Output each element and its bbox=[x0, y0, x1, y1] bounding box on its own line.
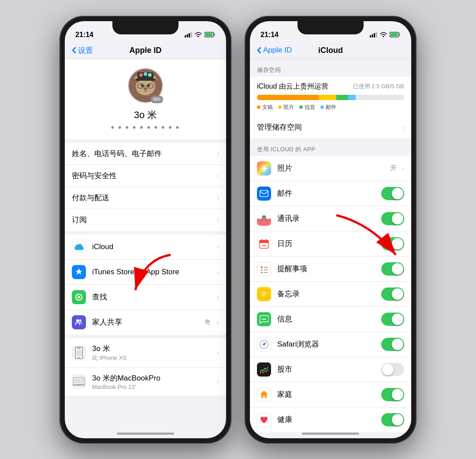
legend-doc: 文稿 bbox=[257, 104, 273, 111]
health-svg bbox=[259, 415, 269, 425]
photos-label: 照片 bbox=[277, 164, 292, 172]
nav-title-1: Apple ID bbox=[129, 46, 161, 55]
menu-row-payment-label: 付款与配送 bbox=[72, 194, 109, 202]
menu-row-payment-content: 付款与配送 bbox=[72, 193, 213, 203]
device-iphone-subtitle: 此 iPhone XS bbox=[92, 354, 213, 362]
manage-storage-row[interactable]: 管理储存空间 › bbox=[250, 116, 411, 138]
svg-rect-2 bbox=[189, 33, 190, 37]
home-content: 家庭 bbox=[277, 389, 381, 399]
health-label: 健康 bbox=[277, 415, 292, 424]
icloud-icon bbox=[72, 240, 86, 254]
nav-bar-1: 设置 Apple ID bbox=[65, 42, 226, 59]
service-row-icloud[interactable]: iCloud › bbox=[65, 235, 226, 260]
icloud-svg bbox=[74, 243, 84, 251]
mail-svg bbox=[260, 190, 268, 197]
app-row-photos[interactable]: 照片 开 › bbox=[250, 156, 411, 181]
health-content: 健康 bbox=[277, 414, 381, 425]
app-row-reminders[interactable]: 提醒事项 bbox=[250, 257, 411, 282]
app-row-calendar[interactable]: ••• 日历 bbox=[250, 231, 411, 257]
nav-back-1[interactable]: 设置 bbox=[72, 45, 93, 56]
bar-doc bbox=[257, 95, 319, 100]
phone-2: 21:14 bbox=[245, 16, 416, 444]
appstore-content: iTunes Store 与 App Store bbox=[92, 267, 213, 277]
messages-toggle-knob bbox=[392, 313, 403, 325]
messages-toggle[interactable] bbox=[381, 313, 404, 326]
mail-toggle-knob bbox=[392, 188, 403, 199]
device-row-iphone[interactable]: 3o 米 此 iPhone XS › bbox=[65, 338, 226, 368]
notes-icon bbox=[257, 287, 271, 301]
app-row-stocks[interactable]: 股市 bbox=[250, 357, 411, 382]
menu-row-password-content: 密码与安全性 bbox=[72, 171, 213, 181]
avatar-edit-badge[interactable]: 编辑 bbox=[151, 96, 163, 103]
profile-name: 3o 米 bbox=[134, 108, 157, 122]
menu-row-password[interactable]: 密码与安全性 › bbox=[65, 165, 226, 187]
messages-svg bbox=[259, 315, 269, 324]
svg-point-26 bbox=[78, 297, 79, 298]
svg-point-54 bbox=[261, 266, 263, 268]
home-toggle[interactable] bbox=[381, 388, 404, 401]
calendar-toggle[interactable] bbox=[381, 237, 404, 250]
menu-row-name[interactable]: 姓名、电话号码、电子邮件 › bbox=[65, 143, 226, 165]
health-toggle[interactable] bbox=[381, 413, 404, 426]
home-toggle-knob bbox=[392, 389, 403, 400]
storage-section-header: 储存空间 bbox=[250, 59, 411, 77]
stocks-svg bbox=[259, 366, 269, 373]
svg-point-64 bbox=[262, 318, 264, 320]
app-row-contacts[interactable]: 通讯录 bbox=[250, 206, 411, 231]
storage-bar bbox=[257, 95, 404, 100]
app-row-safari[interactable]: Safari浏览器 bbox=[250, 332, 411, 357]
service-row-family[interactable]: 家人共享 奇 › bbox=[65, 310, 226, 335]
device-macbook-subtitle: MacBook Pro 13" bbox=[92, 384, 213, 390]
device-iphone-label: 3o 米 bbox=[92, 344, 110, 353]
family-svg bbox=[74, 317, 84, 327]
safari-toggle[interactable] bbox=[381, 338, 404, 351]
app-row-health[interactable]: 健康 bbox=[250, 407, 411, 432]
nav-back-2[interactable]: Apple ID bbox=[257, 46, 292, 55]
calendar-content: 日历 bbox=[277, 239, 381, 249]
app-row-home[interactable]: 家庭 bbox=[250, 382, 411, 407]
menu-row-name-content: 姓名、电话号码、电子邮件 bbox=[72, 149, 213, 159]
legend-dot-doc bbox=[257, 105, 260, 109]
photos-content: 照片 bbox=[277, 163, 390, 173]
app-row-notes[interactable]: 备忘录 bbox=[250, 282, 411, 307]
contacts-label: 通讯录 bbox=[277, 214, 300, 223]
apps-group: 照片 开 › 邮件 bbox=[250, 156, 411, 432]
bar-mail bbox=[348, 95, 356, 100]
svg-rect-36 bbox=[77, 385, 81, 385]
signal-icon-2 bbox=[370, 32, 377, 37]
menu-row-payment[interactable]: 付款与配送 › bbox=[65, 187, 226, 209]
mail-toggle[interactable] bbox=[381, 187, 404, 200]
device-row-macbook[interactable]: 3o 米的MacBookPro MacBook Pro 13" › bbox=[65, 368, 226, 396]
apps-section: 使用 ICLOUD 的 APP bbox=[250, 138, 411, 432]
photos-svg bbox=[260, 164, 268, 173]
legend-photo-label: 照片 bbox=[283, 104, 294, 111]
service-row-find[interactable]: 查找 › bbox=[65, 285, 226, 310]
chevron-macbook-icon: › bbox=[217, 378, 219, 385]
stocks-toggle[interactable] bbox=[381, 363, 404, 376]
avatar-container[interactable]: 编辑 bbox=[128, 68, 163, 103]
messages-icon bbox=[257, 312, 271, 326]
svg-rect-20 bbox=[135, 78, 156, 81]
app-row-messages[interactable]: 信息 bbox=[250, 307, 411, 332]
svg-rect-34 bbox=[74, 378, 83, 384]
menu-row-subscription-label: 订阅 bbox=[72, 216, 87, 224]
iphone-svg bbox=[75, 347, 83, 359]
svg-point-21 bbox=[139, 73, 143, 77]
home-indicator-1 bbox=[117, 433, 174, 435]
menu-row-subscription[interactable]: 订阅 › bbox=[65, 209, 226, 231]
stocks-toggle-knob bbox=[382, 364, 394, 375]
icloud-label: iCloud bbox=[92, 243, 113, 251]
reminders-toggle[interactable] bbox=[381, 262, 404, 276]
device-macbook-label: 3o 米的MacBookPro bbox=[92, 374, 160, 382]
legend-mail-label: 邮件 bbox=[326, 104, 336, 111]
notch-1 bbox=[112, 21, 178, 34]
notes-toggle[interactable] bbox=[381, 287, 404, 301]
time-2: 21:14 bbox=[260, 31, 279, 39]
battery-icon bbox=[205, 32, 216, 37]
svg-point-47 bbox=[262, 215, 266, 220]
service-row-appstore[interactable]: iTunes Store 与 App Store › bbox=[65, 260, 226, 285]
contacts-toggle[interactable] bbox=[381, 212, 404, 225]
app-row-mail[interactable]: 邮件 bbox=[250, 181, 411, 206]
home-icon bbox=[257, 388, 271, 402]
phone-2-screen: 21:14 bbox=[250, 21, 411, 438]
